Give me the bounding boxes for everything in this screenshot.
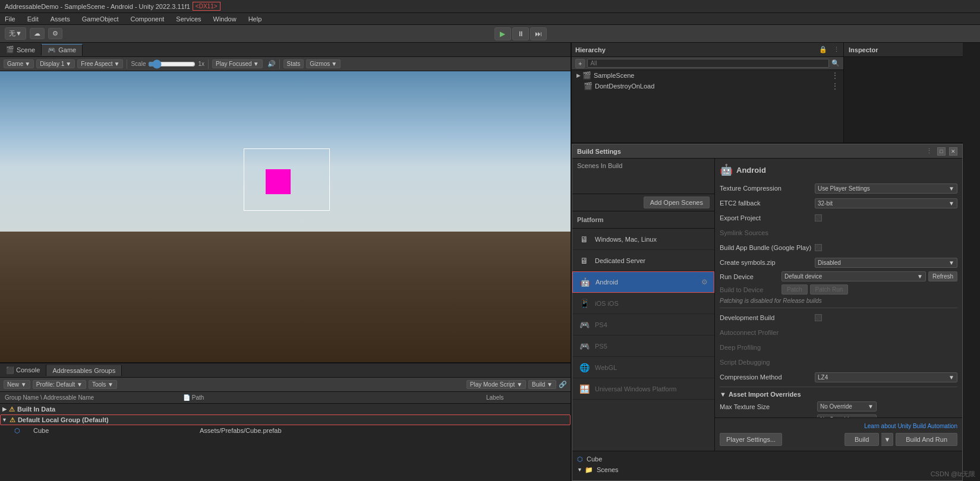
lock-icon[interactable]: 🔒 xyxy=(819,46,827,53)
tab-addressables[interactable]: Addressables Groups xyxy=(46,365,122,376)
tab-game[interactable]: 🎮 Game xyxy=(42,44,83,56)
tab-scene[interactable]: 🎬 Scene xyxy=(0,44,42,55)
play-button[interactable]: ▶ xyxy=(494,27,511,40)
close-btn[interactable]: ✕ xyxy=(949,147,957,156)
game-tab-icon: 🎮 xyxy=(48,46,56,54)
platform-ps4[interactable]: 🎮 PS4 xyxy=(572,314,714,336)
menu-window[interactable]: Window xyxy=(211,15,239,23)
platform-ios[interactable]: 📱 iOS iOS xyxy=(572,293,714,314)
list-item[interactable]: ▼ 📁 Scenes xyxy=(577,464,957,475)
run-device-row: Run Device Default device ▼ Refresh xyxy=(720,271,957,281)
menu-assets[interactable]: Assets xyxy=(48,15,73,23)
export-project-row: Export Project xyxy=(720,212,957,224)
scene-menu[interactable]: ⋮ xyxy=(831,71,839,80)
play-mode-script-btn[interactable]: Play Mode Script ▼ xyxy=(467,380,526,389)
patch-btn[interactable]: Patch xyxy=(782,284,808,295)
play-focused-dropdown[interactable]: Play Focused ▼ xyxy=(212,59,263,68)
patch-run-btn[interactable]: Patch Run xyxy=(810,284,849,295)
refresh-btn[interactable]: Refresh xyxy=(928,271,957,281)
max-texture-dropdown[interactable]: No Override ▼ xyxy=(817,401,877,412)
menu-services[interactable]: Services xyxy=(174,15,203,23)
server-label: Dedicated Server xyxy=(595,257,645,264)
platform-android[interactable]: 🤖 Android ⚙ xyxy=(572,271,714,293)
scale-slider[interactable] xyxy=(148,59,196,69)
three-dots-build[interactable]: ⋮ xyxy=(926,147,932,155)
build-dropdown-arrow[interactable]: ▼ xyxy=(881,433,893,446)
run-device-label: Run Device xyxy=(720,273,779,280)
hierarchy-bottom: ⬡ Cube ▼ 📁 Scenes xyxy=(572,451,962,480)
android-settings-icon: 🤖 xyxy=(720,163,733,176)
platform-ps5[interactable]: 🎮 PS5 xyxy=(572,336,714,357)
create-symbols-dropdown[interactable]: Disabled ▼ xyxy=(815,258,957,268)
audio-icon[interactable]: 🔊 xyxy=(267,60,276,68)
stats-btn[interactable]: Stats xyxy=(283,59,304,68)
three-dots-menu[interactable]: ⋮ xyxy=(833,46,840,53)
game-dropdown[interactable]: Game ▼ xyxy=(4,59,34,68)
tab-console[interactable]: ⬛ Console xyxy=(0,365,46,376)
texture-compression-dropdown[interactable]: Use Player Settings ▼ xyxy=(815,183,957,194)
etc2-value: 32-bit xyxy=(818,200,833,207)
col-header-path: 📄 Path xyxy=(178,394,481,401)
aspect-dropdown[interactable]: Free Aspect ▼ xyxy=(77,59,123,68)
menu-gameobject[interactable]: GameObject xyxy=(80,15,121,23)
dev-build-checkbox[interactable] xyxy=(815,314,822,321)
new-btn[interactable]: New ▼ xyxy=(4,380,30,389)
menu-edit[interactable]: Edit xyxy=(25,15,41,23)
platform-windows[interactable]: 🖥 Windows, Mac, Linux xyxy=(572,229,714,250)
pause-button[interactable]: ⏸ xyxy=(512,27,529,40)
gear-icon[interactable]: ⚙ xyxy=(701,278,708,286)
build-and-run-btn[interactable]: Build And Run xyxy=(896,433,957,446)
scenes-folder-icon: 📁 xyxy=(585,466,593,474)
list-item[interactable]: 🎬 DontDestroyOnLoad ⋮ xyxy=(572,81,843,91)
menu-file[interactable]: File xyxy=(2,15,18,23)
symlink-sources-row: Symlink Sources xyxy=(720,227,957,239)
compression-dropdown[interactable]: LZ4 ▼ xyxy=(815,372,957,382)
toolbar-cloud-btn[interactable]: ☁ xyxy=(30,28,45,39)
profile-btn[interactable]: Profile: Default ▼ xyxy=(33,380,86,389)
col-labels-label: Labels xyxy=(486,394,503,401)
table-row: ▼ ⚠ Default Local Group (Default) xyxy=(0,414,571,425)
menu-component[interactable]: Component xyxy=(128,15,166,23)
build-app-bundle-checkbox[interactable] xyxy=(815,244,822,251)
etc2-dropdown[interactable]: 32-bit ▼ xyxy=(815,198,957,208)
hierarchy-search-input[interactable] xyxy=(587,59,829,68)
platform-dedicated-server[interactable]: 🖥 Dedicated Server xyxy=(572,250,714,271)
dont-destroy-menu[interactable]: ⋮ xyxy=(831,82,839,90)
step-button[interactable]: ⏭ xyxy=(530,27,547,40)
run-device-dropdown[interactable]: Default device ▼ xyxy=(782,271,926,281)
sample-scene-label: SampleScene xyxy=(594,72,635,79)
max-texture-size-row: Max Texture Size No Override ▼ xyxy=(720,401,957,412)
toolbar-layout-btn[interactable]: 无▼ xyxy=(5,27,26,40)
addr-build-btn[interactable]: Build ▼ xyxy=(528,380,556,389)
add-open-scenes-btn[interactable]: Add Open Scenes xyxy=(644,197,710,208)
list-item[interactable]: ⬡ Cube xyxy=(577,454,957,464)
toolbar-settings-btn[interactable]: ⚙ xyxy=(48,28,62,39)
link-icon[interactable]: 🔗 xyxy=(559,381,567,388)
asset-import-header[interactable]: ▼ Asset Import Overrides xyxy=(720,391,957,398)
max-texture-value: No Override xyxy=(820,403,852,410)
chevron-down-icon-4: ▼ xyxy=(253,61,259,67)
platform-webgl[interactable]: 🌐 WebGL xyxy=(572,357,714,378)
addressables-content: Group Name \ Addressable Name 📄 Path Lab… xyxy=(0,392,571,481)
scale-value: 1x xyxy=(198,61,204,67)
etc2-label: ETC2 fallback xyxy=(720,200,815,207)
gizmos-btn[interactable]: Gizmos ▼ xyxy=(306,59,341,68)
player-settings-btn[interactable]: Player Settings... xyxy=(720,433,782,446)
separator-dev xyxy=(720,308,957,308)
maximize-btn[interactable]: □ xyxy=(937,147,946,156)
android-icon: 🤖 xyxy=(579,276,591,288)
bottom-tab-row: ⬛ Console Addressables Groups xyxy=(0,363,571,378)
dev-build-label: Development Build xyxy=(720,314,815,321)
new-label: New ▼ xyxy=(7,381,27,388)
learn-link[interactable]: Learn about Unity Build Automation xyxy=(720,423,957,429)
menu-help[interactable]: Help xyxy=(246,15,264,23)
add-object-btn[interactable]: + xyxy=(575,59,585,68)
col-name-label: Group Name \ Addressable Name xyxy=(5,394,94,401)
build-btn[interactable]: Build xyxy=(844,433,879,446)
export-project-checkbox[interactable] xyxy=(815,214,822,221)
platform-uwp[interactable]: 🪟 Universal Windows Platform xyxy=(572,378,714,400)
tools-btn[interactable]: Tools ▼ xyxy=(89,380,117,389)
list-item[interactable]: ▶ 🎬 SampleScene ⋮ xyxy=(572,70,843,81)
search-icon: 🔍 xyxy=(831,59,840,67)
display-dropdown[interactable]: Display 1 ▼ xyxy=(36,59,75,68)
